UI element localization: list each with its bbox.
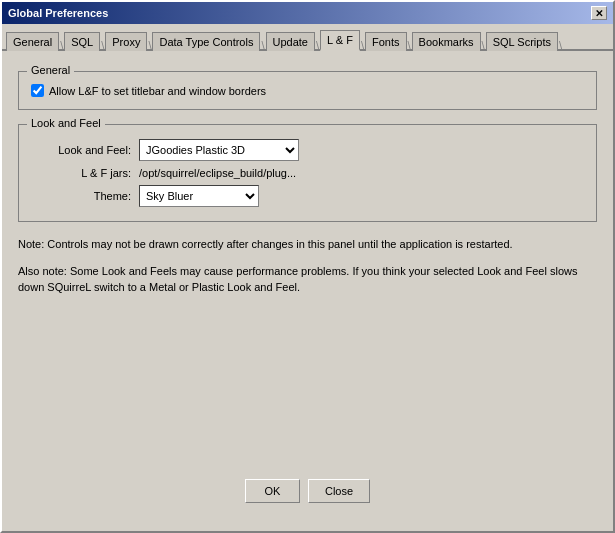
- titlebar-checkbox[interactable]: [31, 84, 44, 97]
- lf-select[interactable]: JGoodies Plastic 3D Metal Nimbus Windows: [139, 139, 299, 161]
- notes-area: Note: Controls may not be drawn correctl…: [18, 232, 597, 310]
- tabs-container: General \ SQL \ Proxy \ Data Type Contro…: [2, 24, 613, 51]
- jars-value: /opt/squirrel/eclipse_build/plug...: [139, 167, 296, 179]
- note1-text: Note: Controls may not be drawn correctl…: [18, 236, 597, 253]
- general-legend: General: [27, 64, 74, 76]
- jars-label: L & F jars:: [31, 167, 131, 179]
- tab-sql-scripts[interactable]: SQL Scripts: [486, 32, 558, 51]
- tab-bookmarks[interactable]: Bookmarks: [412, 32, 481, 51]
- titlebar-checkbox-label: Allow L&F to set titlebar and window bor…: [49, 85, 266, 97]
- tab-update[interactable]: Update: [266, 32, 315, 51]
- button-row: OK Close: [18, 471, 597, 519]
- theme-select[interactable]: Sky Bluer Brown Sugar Classic Blue Dark …: [139, 185, 259, 207]
- main-window: Global Preferences ✕ General \ SQL \ Pro…: [0, 0, 615, 533]
- content-area: General Allow L&F to set titlebar and wi…: [2, 51, 613, 531]
- tab-general[interactable]: General: [6, 32, 59, 51]
- title-bar: Global Preferences ✕: [2, 2, 613, 24]
- lf-row: Look and Feel: JGoodies Plastic 3D Metal…: [31, 139, 584, 161]
- jars-row: L & F jars: /opt/squirrel/eclipse_build/…: [31, 167, 584, 179]
- note2-text: Also note: Some Look and Feels may cause…: [18, 263, 597, 296]
- titlebar-checkbox-row: Allow L&F to set titlebar and window bor…: [31, 80, 584, 101]
- window-title: Global Preferences: [8, 7, 108, 19]
- tab-data-type-controls[interactable]: Data Type Controls: [152, 32, 260, 51]
- tab-lf[interactable]: L & F: [320, 30, 360, 51]
- tab-fonts[interactable]: Fonts: [365, 32, 407, 51]
- general-section: General Allow L&F to set titlebar and wi…: [18, 71, 597, 110]
- tab-proxy[interactable]: Proxy: [105, 32, 147, 51]
- theme-label: Theme:: [31, 190, 131, 202]
- tab-sql[interactable]: SQL: [64, 32, 100, 51]
- close-icon[interactable]: ✕: [591, 6, 607, 20]
- ok-button[interactable]: OK: [245, 479, 300, 503]
- theme-row: Theme: Sky Bluer Brown Sugar Classic Blu…: [31, 185, 584, 207]
- look-feel-legend: Look and Feel: [27, 117, 105, 129]
- look-feel-section: Look and Feel Look and Feel: JGoodies Pl…: [18, 124, 597, 222]
- close-button[interactable]: Close: [308, 479, 370, 503]
- sep9: \: [558, 39, 563, 51]
- lf-label: Look and Feel:: [31, 144, 131, 156]
